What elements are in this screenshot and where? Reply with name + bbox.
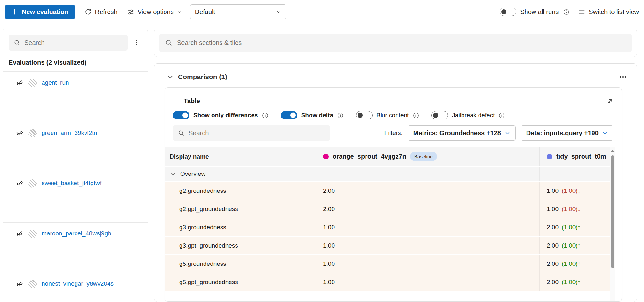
toggle-label: Show only differences <box>193 112 258 119</box>
show-only-differences-toggle-group: Show only differences <box>173 111 269 119</box>
sidebar-search-input[interactable] <box>24 39 123 46</box>
table-header-row: Display name orange_sprout_4vjjgz7n Base… <box>165 147 615 167</box>
compare-value: 1.00 <box>547 206 559 213</box>
expand-icon <box>606 97 613 105</box>
toggle-label: Jailbreak defect <box>452 112 495 119</box>
switch-to-list-view-label: Switch to list view <box>589 8 639 16</box>
chevron-down-icon <box>167 74 173 80</box>
compare-value: 2.00 <box>547 260 559 267</box>
search-icon <box>165 39 173 46</box>
blur-content-toggle[interactable] <box>356 111 373 119</box>
baseline-value: 2.00 <box>323 187 335 194</box>
table-row: g5.groundedness 1.00 2.00 (1.00)↑ <box>165 255 615 273</box>
show-delta-toggle[interactable] <box>281 111 297 119</box>
column-header-baseline-run: orange_sprout_4vjjgz7n <box>333 153 406 160</box>
hatch-swatch <box>28 280 37 288</box>
runs-sidebar: Evaluations (2 visualized) agent_run gre <box>3 29 148 302</box>
comparison-collapse-button[interactable] <box>167 74 173 80</box>
eye-off-icon[interactable] <box>16 230 24 238</box>
comparison-table: Display name orange_sprout_4vjjgz7n Base… <box>165 147 615 301</box>
baseline-value: 2.00 <box>323 206 335 213</box>
sidebar-more-button[interactable] <box>130 36 143 49</box>
eye-off-icon[interactable] <box>16 129 24 137</box>
overview-group-row[interactable]: Overview <box>165 167 615 182</box>
chevron-down-icon <box>276 9 281 15</box>
scroll-up-icon[interactable] <box>611 150 615 152</box>
run-link[interactable]: honest_vinegar_y8wv204s <box>42 280 114 287</box>
run-item: sweet_basket_jf4tgfwf <box>3 172 148 223</box>
metric-name: g5.groundedness <box>165 255 317 273</box>
eye-off-icon[interactable] <box>16 79 24 87</box>
info-icon[interactable] <box>413 112 419 119</box>
delta-value: (1.00)↓ <box>562 206 581 213</box>
run-link[interactable]: sweet_basket_jf4tgfwf <box>42 180 101 187</box>
group-row-label: Overview <box>180 170 205 177</box>
run-color-dot <box>547 154 552 159</box>
data-filter-dropdown[interactable]: Data: inputs.query +190 <box>521 125 613 141</box>
column-header-compare-run: tidy_sprout_t0m <box>556 153 606 160</box>
info-icon[interactable] <box>498 112 505 119</box>
table-vertical-scrollbar[interactable] <box>610 147 615 301</box>
metrics-filter-dropdown[interactable]: Metrics: Groundedness +128 <box>408 125 516 141</box>
baseline-value: 1.00 <box>323 260 335 267</box>
view-options-button[interactable]: View options <box>127 8 182 16</box>
eye-off-icon[interactable] <box>16 179 24 187</box>
baseline-value: 1.00 <box>323 242 335 249</box>
table-row: g3.gpt_groundedness 1.00 2.00 (1.00)↑ <box>165 237 615 255</box>
table-row: g5.gpt_groundedness 1.00 2.00 (1.00)↑ <box>165 273 615 291</box>
show-delta-toggle-group: Show delta <box>281 111 344 119</box>
filters-label: Filters: <box>384 129 403 136</box>
metric-name: g2.groundedness <box>165 182 317 200</box>
metrics-filter-label: Metrics: Groundedness +128 <box>413 129 501 137</box>
options-icon <box>127 8 134 16</box>
info-icon[interactable] <box>563 9 570 15</box>
comparison-more-button[interactable] <box>619 73 627 81</box>
toggle-label: Blur content <box>376 112 409 119</box>
baseline-value: 1.00 <box>323 279 335 286</box>
delta-value: (1.00)↑ <box>562 260 581 267</box>
search-icon <box>14 39 20 46</box>
run-item: honest_vinegar_y8wv204s <box>3 273 148 302</box>
new-evaluation-button[interactable]: New evaluation <box>5 5 75 19</box>
info-icon[interactable] <box>262 112 269 119</box>
refresh-button[interactable]: Refresh <box>85 8 117 16</box>
run-link[interactable]: agent_run <box>42 79 69 86</box>
switch-to-list-view-button[interactable]: Switch to list view <box>578 8 639 16</box>
view-preset-select[interactable]: Default <box>190 4 286 19</box>
drag-handle-icon[interactable] <box>173 98 179 104</box>
comparison-section: Comparison (1) Table <box>154 63 637 302</box>
expand-button[interactable] <box>606 97 613 105</box>
chevron-down-icon <box>602 130 608 136</box>
show-all-runs-label: Show all runs <box>520 8 559 16</box>
show-only-differences-toggle[interactable] <box>173 111 189 119</box>
baseline-value: 1.00 <box>323 224 335 231</box>
run-item: agent_run <box>3 72 148 122</box>
eye-off-icon[interactable] <box>16 280 24 288</box>
table-search-input[interactable] <box>189 129 325 137</box>
run-item: green_arm_39kvl2tn <box>3 122 148 172</box>
table-row: g2.groundedness 2.00 1.00 (1.00)↓ <box>165 182 615 200</box>
hatch-swatch <box>28 230 37 238</box>
chevron-down-icon <box>170 171 176 177</box>
blur-content-toggle-group: Blur content <box>356 111 419 119</box>
compare-value: 2.00 <box>547 224 559 231</box>
table-row: g2.gpt_groundedness 2.00 1.00 (1.00)↓ <box>165 200 615 218</box>
delta-value: (1.00)↓ <box>562 187 581 194</box>
sections-search-input[interactable] <box>177 39 626 46</box>
evaluations-heading: Evaluations (2 visualized) <box>9 59 142 66</box>
refresh-label: Refresh <box>95 8 117 16</box>
jailbreak-defect-toggle[interactable] <box>431 111 448 119</box>
run-link[interactable]: maroon_parcel_48wsj9gb <box>42 230 111 237</box>
run-link[interactable]: green_arm_39kvl2tn <box>42 129 97 136</box>
table-tile: Table Show only differences <box>165 87 622 302</box>
new-evaluation-label: New evaluation <box>22 8 68 16</box>
run-item: maroon_parcel_48wsj9gb <box>3 223 148 273</box>
info-icon[interactable] <box>337 112 344 119</box>
column-header-display-name: Display name <box>165 147 317 166</box>
delta-value: (1.00)↑ <box>562 224 581 231</box>
data-filter-label: Data: inputs.query +190 <box>526 129 599 137</box>
show-all-runs-toggle[interactable] <box>500 8 516 16</box>
scrollbar-thumb[interactable] <box>611 155 614 268</box>
more-options-icon <box>619 73 627 81</box>
refresh-icon <box>85 8 92 16</box>
